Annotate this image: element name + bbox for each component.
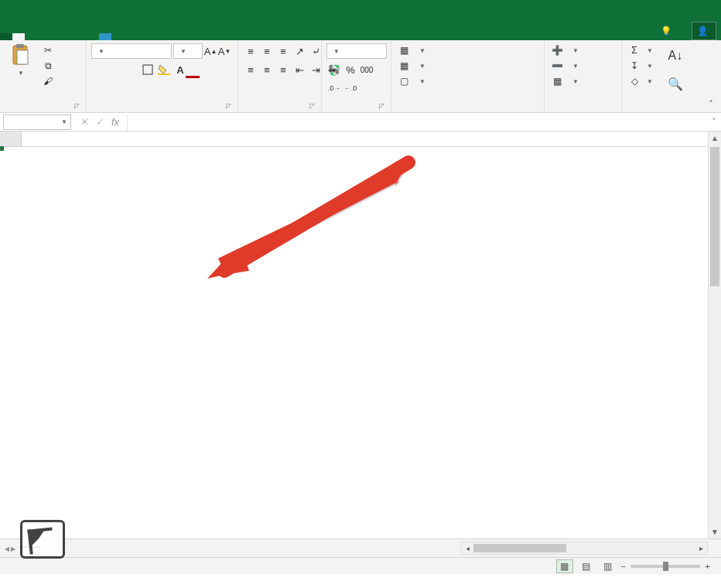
sort-filter-button[interactable]: A↓ (662, 43, 689, 70)
dialog-launcher-icon[interactable]: ◸ (74, 102, 80, 110)
tab-home[interactable] (12, 33, 25, 40)
redo-icon[interactable] (45, 2, 62, 19)
sort-filter-icon: A↓ (663, 43, 688, 68)
italic-button[interactable] (108, 62, 123, 77)
group-label-clipboard: ◸ (5, 109, 81, 111)
orientation-icon[interactable]: ↗ (292, 43, 307, 59)
horizontal-scrollbar[interactable]: ◂ ▸ (460, 542, 708, 555)
cell-styles-button[interactable]: ▢▼ (396, 74, 427, 88)
format-painter-icon[interactable]: 🖌 (40, 74, 56, 88)
cut-icon[interactable]: ✂ (40, 43, 56, 57)
percent-icon[interactable]: % (343, 62, 358, 77)
copy-icon[interactable]: ⧉ (40, 59, 56, 73)
tab-review[interactable] (74, 33, 87, 40)
hscroll-thumb[interactable] (473, 544, 566, 552)
format-as-table-button[interactable]: ▦▼ (396, 59, 427, 73)
borders-icon[interactable] (140, 62, 155, 77)
enter-fx-icon[interactable]: ✓ (93, 116, 107, 128)
collapse-ribbon-icon[interactable]: ˄ (704, 98, 718, 111)
save-icon[interactable] (5, 2, 22, 19)
tab-view[interactable] (87, 33, 99, 40)
tab-insert[interactable] (25, 33, 37, 40)
ribbon-display-options-icon[interactable] (614, 2, 636, 19)
font-color-icon[interactable]: A (173, 62, 188, 77)
zoom-out-icon[interactable]: − (621, 562, 627, 571)
align-middle-icon[interactable]: ≡ (259, 43, 275, 59)
scroll-thumb[interactable] (710, 147, 719, 286)
increase-font-icon[interactable]: A▲ (204, 43, 217, 59)
qat-customize-icon[interactable] (65, 2, 82, 19)
align-bottom-icon[interactable]: ≡ (275, 43, 291, 59)
zoom-slider[interactable] (630, 565, 700, 568)
scroll-up-icon[interactable]: ▲ (709, 132, 721, 145)
dialog-launcher-icon[interactable]: ◸ (309, 102, 315, 110)
underline-button[interactable] (124, 62, 139, 77)
font-name-combo[interactable]: ▼ (91, 43, 172, 59)
dialog-launcher-icon[interactable]: ◸ (226, 102, 231, 110)
tab-formulas[interactable] (50, 33, 62, 40)
normal-view-icon[interactable]: ▦ (556, 559, 573, 573)
wrap-text-icon[interactable]: ⤶ (308, 43, 323, 59)
tab-page-layout[interactable] (37, 33, 50, 40)
page-break-view-icon[interactable]: ▥ (600, 559, 617, 573)
autosum-button[interactable]: Σ▼ (627, 43, 654, 57)
vertical-scrollbar[interactable]: ▲ ▼ (708, 132, 721, 538)
close-icon[interactable] (693, 2, 715, 19)
sheet-nav-next-icon[interactable]: ▸ (11, 543, 15, 554)
page-layout-view-icon[interactable]: ▤ (578, 559, 595, 573)
accounting-icon[interactable]: 💱 (326, 62, 342, 77)
group-label-styles (396, 109, 539, 111)
undo-icon[interactable] (25, 2, 42, 19)
increase-decimal-icon[interactable]: .0→ (326, 80, 342, 96)
format-icon: ▦ (551, 75, 563, 87)
zoom-in-icon[interactable]: + (705, 562, 710, 571)
decrease-font-icon[interactable]: A▼ (218, 43, 231, 59)
fx-icon[interactable]: fx (108, 116, 122, 128)
align-right-icon[interactable]: ≡ (275, 62, 291, 77)
share-button[interactable]: 👤 (692, 22, 716, 40)
formula-input[interactable] (127, 115, 707, 130)
bold-button[interactable] (91, 62, 107, 77)
find-select-button[interactable]: 🔍 (662, 71, 689, 97)
sheet-tab-active[interactable] (20, 546, 40, 551)
sheet-nav-prev-icon[interactable]: ◂ (5, 543, 9, 554)
clear-button[interactable]: ◇▼ (627, 74, 654, 88)
scroll-right-icon[interactable]: ▸ (695, 542, 707, 554)
insert-cells-button[interactable]: ➕▼ (549, 43, 580, 57)
conditional-formatting-button[interactable]: ▦▼ (396, 43, 427, 57)
tell-me[interactable]: 💡 (656, 22, 679, 39)
tab-file[interactable] (0, 33, 12, 40)
fill-color-icon[interactable] (156, 62, 172, 77)
delete-cells-button[interactable]: ➖▼ (549, 59, 580, 73)
sign-in[interactable] (681, 28, 690, 34)
increase-indent-icon[interactable]: ⇥ (308, 62, 323, 77)
scroll-left-icon[interactable]: ◂ (461, 542, 473, 554)
scroll-down-icon[interactable]: ▼ (709, 525, 721, 538)
dialog-launcher-icon[interactable]: ◸ (379, 102, 384, 110)
insert-icon: ➕ (551, 44, 563, 56)
maximize-icon[interactable] (667, 2, 689, 19)
column-headers (0, 132, 721, 147)
expand-formula-bar-icon[interactable]: ˅ (707, 117, 721, 128)
format-cells-button[interactable]: ▦▼ (549, 74, 580, 88)
spreadsheet-grid[interactable]: ▲ ▼ (0, 132, 721, 538)
align-center-icon[interactable]: ≡ (259, 62, 275, 77)
tab-acrobat[interactable] (111, 33, 124, 40)
name-box[interactable]: ▼ (3, 115, 71, 130)
minimize-icon[interactable] (641, 2, 662, 19)
tab-data[interactable] (62, 33, 74, 40)
align-top-icon[interactable]: ≡ (243, 43, 258, 59)
comma-icon[interactable]: 000 (359, 62, 374, 77)
paste-button[interactable]: ▼ (5, 43, 37, 77)
group-font: ▼ ▼ A▲ A▼ A ◸ (87, 40, 238, 112)
select-all-corner[interactable] (0, 132, 22, 146)
cancel-fx-icon[interactable]: ✕ (77, 116, 91, 128)
font-size-combo[interactable]: ▼ (173, 43, 203, 59)
decrease-decimal-icon[interactable]: ←.0 (343, 80, 358, 96)
svg-rect-1 (16, 44, 24, 48)
number-format-combo[interactable]: ▼ (326, 43, 387, 59)
decrease-indent-icon[interactable]: ⇤ (292, 62, 307, 77)
tab-abbyy[interactable] (99, 33, 111, 40)
fill-button[interactable]: ↧▼ (627, 59, 654, 73)
align-left-icon[interactable]: ≡ (243, 62, 258, 77)
